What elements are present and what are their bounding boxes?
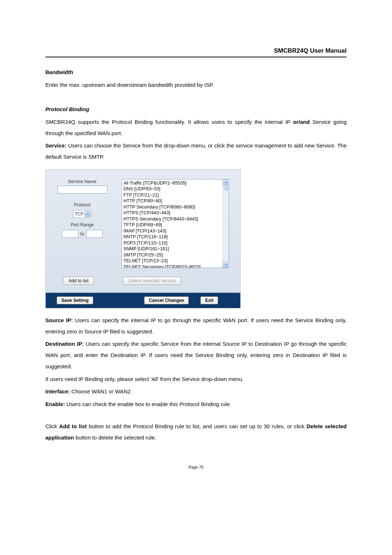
click-prefix: Click — [45, 423, 59, 429]
service-list-items: All Traffic [TCP&UDP/1~65535] DNS [UDP/5… — [122, 179, 222, 268]
enable-text: Users can check the enable box to enable… — [65, 401, 231, 407]
list-item[interactable]: FTP [TCP/21~21] — [123, 192, 221, 198]
port-to-input[interactable] — [86, 230, 103, 238]
list-item[interactable]: HTTP Secondary [TCP/8080~8080] — [123, 204, 221, 210]
listbox-scrollbar[interactable] — [222, 179, 229, 268]
dest-ip-text: Users can specify the specific Service f… — [45, 341, 347, 369]
scroll-up-icon[interactable] — [223, 179, 229, 186]
list-item[interactable]: SMTP [TCP/25~25] — [123, 252, 221, 258]
port-range-row: to — [62, 230, 102, 238]
chevron-down-icon — [85, 211, 90, 217]
protocol-label: Protocol — [74, 202, 91, 207]
interface-paragraph: Interface: Choose WAN1 or WAN2. — [45, 386, 347, 397]
enable-paragraph: Enable: Users can check the enable box t… — [45, 399, 347, 410]
dialog-left-column: Service Name Protocol TCP Port Range to — [52, 179, 112, 268]
interface-text: Choose WAN1 or WAN2. — [70, 388, 132, 394]
service-text: Users can choose the Service from the dr… — [45, 142, 347, 160]
pb-intro-part1: SMCBR24Q supports the Protocol Binding f… — [45, 119, 293, 125]
dialog-body: Service Name Protocol TCP Port Range to … — [46, 170, 240, 277]
service-label: Service: — [45, 142, 66, 149]
list-item[interactable]: IMAP [TCP/143~143] — [123, 228, 221, 234]
click-instructions: Click Add to list button to add the Prot… — [45, 421, 347, 443]
scroll-thumb[interactable] — [224, 186, 228, 191]
add-to-list-button[interactable]: Add to list — [63, 277, 94, 285]
list-item[interactable]: HTTP [TCP/80~80] — [123, 198, 221, 204]
list-item[interactable]: HTTPS Secondary [TCP/8443~8443] — [123, 216, 221, 222]
port-to-label: to — [80, 231, 84, 236]
port-range-label: Port Range — [71, 222, 94, 227]
list-item[interactable]: POP3 [TCP/110~110] — [123, 240, 221, 246]
pb-intro-bold: or/and — [293, 119, 310, 125]
protocol-value: TCP — [75, 211, 83, 216]
delete-selected-service-button[interactable]: Delete selected service — [123, 277, 181, 285]
bandwidth-text: Enter the max. upstream and downstream b… — [45, 80, 347, 91]
source-ip-paragraph: Source IP: Users can specify the interna… — [45, 315, 347, 337]
dialog-bottom-bar: Save Setting Cancel Changes Exit — [46, 293, 240, 308]
list-item[interactable]: DNS [UDP/53~53] — [123, 186, 221, 192]
list-item[interactable]: All Traffic [TCP&UDP/1~65535] — [123, 180, 221, 186]
click-mid: button to add the Protocol Binding rule … — [87, 423, 307, 429]
list-item[interactable]: TELNET Secondary [TCP/8023~8023] — [123, 264, 221, 268]
exit-button[interactable]: Exit — [200, 296, 218, 304]
dialog-button-row: Add to list Delete selected service — [46, 277, 240, 293]
protocol-binding-heading: Protocol Binding — [45, 106, 347, 112]
port-from-input[interactable] — [62, 230, 78, 238]
list-item[interactable]: SNMP [UDP/161~161] — [123, 246, 221, 252]
protocol-dropdown[interactable]: TCP — [73, 210, 91, 218]
source-ip-text: Users can specify the internal IP to go … — [45, 317, 347, 335]
service-name-input[interactable] — [57, 186, 107, 194]
dest-ip-paragraph: Destination IP: Users can specify the sp… — [45, 339, 347, 372]
list-item[interactable]: HTTPS [TCP/443~443] — [123, 210, 221, 216]
service-listbox[interactable]: All Traffic [TCP&UDP/1~65535] DNS [UDP/5… — [122, 179, 229, 268]
list-item[interactable]: TFTP [UDP/69~69] — [123, 222, 221, 228]
save-setting-button[interactable]: Save Setting — [57, 296, 93, 304]
service-name-label: Service Name — [68, 179, 97, 184]
scroll-down-icon[interactable] — [223, 262, 229, 268]
page-footer: Page 79 — [45, 465, 347, 469]
source-ip-label: Source IP: — [45, 317, 73, 323]
interface-label: Interface: — [45, 388, 70, 394]
service-management-dialog: Service Name Protocol TCP Port Range to … — [45, 169, 241, 308]
list-item[interactable]: TELNET [TCP/23~23] — [123, 258, 221, 264]
pb-intro: SMCBR24Q supports the Protocol Binding f… — [45, 117, 347, 139]
list-item[interactable]: NNTP [TCP/119~119] — [123, 234, 221, 240]
bottom-bar-right: Cancel Changes Exit — [144, 296, 218, 304]
service-paragraph: Service: Users can choose the Service fr… — [45, 140, 347, 163]
bandwidth-heading: Bandwidth — [45, 69, 347, 75]
click-suffix: button to delete the selected rule. — [74, 434, 156, 441]
add-to-list-bold: Add to list — [59, 423, 87, 429]
ip-binding-text: If users need IP Binding only, please se… — [45, 374, 347, 385]
enable-label: Enable: — [45, 401, 65, 407]
page-title: SMCBR24Q User Manual — [45, 47, 347, 57]
dialog-right-column: All Traffic [TCP&UDP/1~65535] DNS [UDP/5… — [122, 179, 234, 268]
cancel-changes-button[interactable]: Cancel Changes — [144, 296, 189, 304]
dest-ip-label: Destination IP: — [45, 341, 84, 347]
